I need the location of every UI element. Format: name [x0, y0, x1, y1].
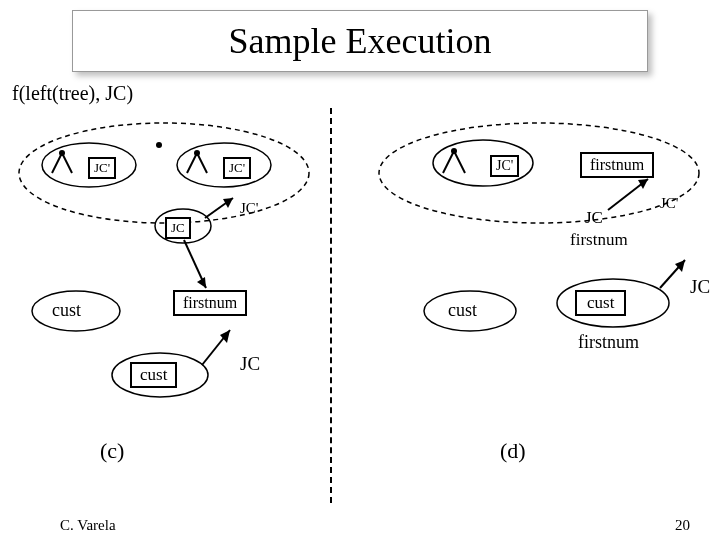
svg-line-9	[197, 153, 207, 173]
cust-ellipse-left-1	[28, 288, 148, 348]
expression-text: f(left(tree), JC)	[12, 82, 133, 105]
jc-prime-label-right: JC'	[660, 195, 679, 212]
jc-prime-label-left: JC'	[240, 200, 259, 217]
jc-prime-box-1: JC'	[88, 157, 116, 179]
slide-title-text: Sample Execution	[229, 20, 492, 62]
svg-line-4	[62, 153, 72, 173]
cust-label-left-1: cust	[52, 300, 81, 321]
lone-dot	[154, 140, 164, 150]
footer-page: 20	[675, 517, 690, 534]
cust-box-left-2: cust	[130, 362, 177, 388]
firstnum-box-left: firstnum	[173, 290, 247, 316]
firstnum-label-right-1: firstnum	[570, 230, 628, 250]
svg-point-5	[156, 142, 162, 148]
cust-ellipse-right-1	[420, 288, 540, 343]
jc-prime-box-right: JC'	[490, 155, 519, 177]
svg-marker-25	[638, 179, 648, 189]
jc-label-right-1: JC	[585, 208, 603, 228]
jc-prime-box-2: JC'	[223, 157, 251, 179]
svg-line-22	[443, 151, 454, 173]
firstnum-box-right-top: firstnum	[580, 152, 654, 178]
subfig-d: (d)	[500, 438, 526, 464]
vertical-divider	[330, 108, 332, 503]
subfig-c: (c)	[100, 438, 124, 464]
jc-box-left: JC	[165, 217, 191, 239]
cust-label-right-1: cust	[448, 300, 477, 321]
firstnum-arrow-left	[174, 240, 224, 292]
svg-line-23	[454, 151, 465, 173]
cust-box-right-2: cust	[575, 290, 626, 316]
firstnum-label-right-2: firstnum	[578, 332, 639, 353]
footer-author: C. Varela	[60, 517, 116, 534]
svg-line-8	[187, 153, 197, 173]
slide-title: Sample Execution	[72, 10, 648, 72]
svg-line-3	[52, 153, 62, 173]
jc-label-left-bottom: JC	[240, 353, 260, 375]
jc-label-right-2: JC	[690, 276, 710, 298]
